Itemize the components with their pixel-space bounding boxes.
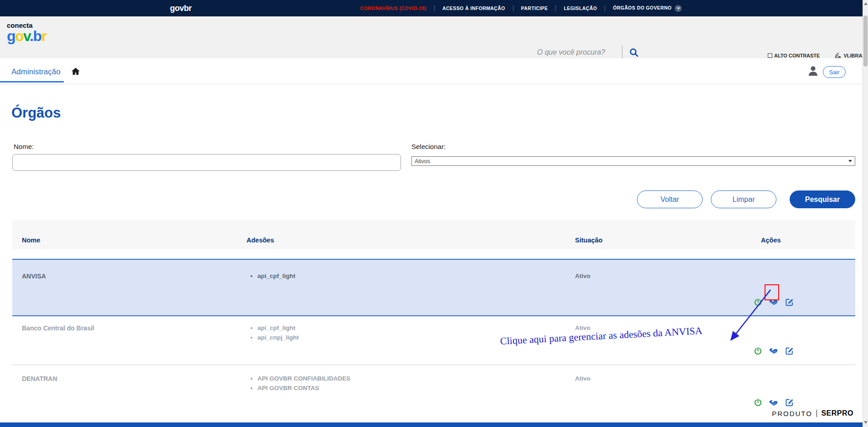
edit-icon [785, 298, 794, 307]
divider [622, 46, 622, 59]
col-header-nome: Nome [12, 237, 247, 244]
tab-administracao[interactable]: Administração [11, 67, 61, 77]
edit-icon [785, 347, 794, 355]
selecionar-label: Selecionar: [411, 143, 446, 150]
cell-nome: ANVISA [12, 260, 247, 315]
scrollbar-thumb[interactable] [863, 15, 868, 67]
home-icon [71, 67, 80, 75]
pesquisar-button[interactable]: Pesquisar [790, 190, 855, 208]
voltar-button[interactable]: Voltar [637, 190, 703, 208]
toggle-active-button[interactable] [754, 347, 762, 355]
topbar-link-participe[interactable]: PARTICIPE [514, 5, 556, 11]
home-button[interactable] [71, 67, 80, 77]
app-navbar: Administração Sair [0, 58, 868, 84]
conecta-govbr-logo[interactable]: conecta gov.br [7, 22, 46, 43]
col-header-adesoes: Adesões [247, 237, 575, 244]
handshake-icon [769, 346, 778, 355]
edit-button[interactable] [785, 298, 794, 307]
topbar-menu: CORONAVÍRUS (COVID-19) ACESSO À INFORMAÇ… [353, 0, 689, 16]
footer-produto-label: PRODUTO [772, 410, 812, 417]
search-button[interactable] [629, 47, 639, 57]
chevron-down-icon [675, 5, 682, 12]
govbr-logo[interactable]: govbr [170, 4, 192, 13]
annotation-arrow [724, 286, 775, 345]
toggle-active-button[interactable] [754, 398, 762, 407]
cell-adesoes: api_cpf_light [247, 260, 575, 315]
select-value: Ativos [415, 158, 430, 165]
scroll-down-arrow-icon[interactable] [864, 421, 868, 424]
page: govbr CORONAVÍRUS (COVID-19) ACESSO À IN… [0, 0, 868, 427]
scroll-up-arrow-icon[interactable] [864, 2, 868, 5]
col-header-situacao: Situação [575, 237, 761, 244]
avatar-icon [807, 65, 819, 77]
edit-button[interactable] [785, 347, 794, 355]
bottom-blue-bar [0, 422, 863, 427]
search-icon [629, 47, 639, 57]
cell-situacao: Ativo [575, 365, 761, 416]
cell-nome: Banco Central do Brasil [12, 316, 247, 365]
contrast-icon [768, 53, 772, 58]
vertical-scrollbar[interactable] [863, 0, 868, 427]
active-tab-indicator [0, 81, 64, 82]
sair-button[interactable]: Sair [823, 66, 846, 78]
alto-contraste-toggle[interactable]: ALTO CONTRASTE [768, 53, 820, 58]
page-title: Órgãos [11, 105, 61, 121]
limpar-button[interactable]: Limpar [711, 190, 776, 208]
table-header-row: Nome Adesões Situação Ações [12, 220, 855, 249]
manage-adesoes-button[interactable] [769, 398, 778, 407]
topbar-link-orgaos-governo[interactable]: ÓRGÃOS DO GOVERNO [605, 5, 689, 12]
adesao-item: API GOVBR CONTAS [257, 385, 575, 391]
col-header-acoes: Ações [761, 237, 855, 244]
adesao-item: API GOVBR CONFIABILIDADES [257, 375, 575, 382]
situacao-select[interactable]: Ativos [411, 156, 855, 166]
power-icon [754, 398, 762, 407]
cell-nome: DENATRAN [12, 365, 247, 416]
site-header: conecta gov.br O que você procura? ALTO … [0, 16, 868, 58]
topbar-link-label: ÓRGÃOS DO GOVERNO [613, 5, 672, 10]
footer: PRODUTO SERPRO [772, 409, 853, 417]
handshake-icon [769, 398, 778, 407]
footer-serpro-logo: SERPRO [821, 409, 853, 417]
select-caret-icon [848, 160, 852, 162]
nome-input[interactable] [12, 154, 401, 171]
adesao-item: api_cpf_light [257, 273, 575, 279]
topbar-link-legislacao[interactable]: LEGISLAÇÃO [556, 5, 605, 11]
government-topbar: govbr CORONAVÍRUS (COVID-19) ACESSO À IN… [0, 0, 868, 16]
govbr-colored-logo: gov.br [7, 29, 46, 43]
search-input[interactable]: O que você procura? [496, 48, 605, 57]
table-row-denatran[interactable]: DENATRAN API GOVBR CONFIABILIDADES API G… [12, 365, 855, 416]
adesao-item: api_cpf_light [257, 324, 575, 331]
alto-contraste-label: ALTO CONTRASTE [774, 53, 820, 58]
edit-button[interactable] [785, 398, 794, 407]
edit-icon [785, 398, 794, 407]
cell-acoes [754, 365, 855, 416]
user-avatar[interactable] [807, 65, 819, 79]
search-area: O que você procura? [496, 46, 639, 59]
topbar-link-acesso-informacao[interactable]: ACESSO À INFORMAÇÃO [435, 5, 513, 11]
divider [817, 410, 817, 417]
manage-adesoes-button[interactable] [769, 346, 778, 355]
cell-adesoes: API GOVBR CONFIABILIDADES API GOVBR CONT… [247, 365, 575, 416]
power-icon [754, 347, 762, 355]
topbar-link-coronavirus[interactable]: CORONAVÍRUS (COVID-19) [353, 5, 434, 11]
nome-label: Nome: [14, 143, 34, 150]
